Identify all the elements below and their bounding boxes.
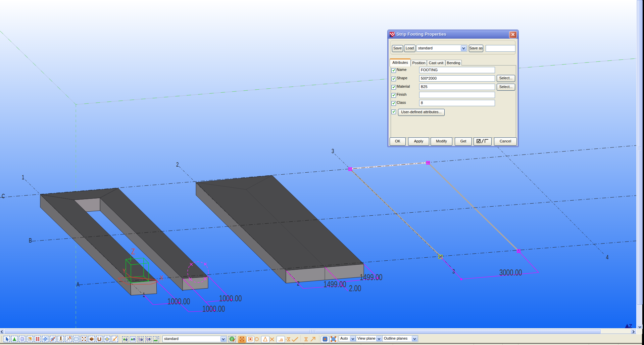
svg-text:B: B	[29, 237, 32, 244]
svg-text:1000.00: 1000.00	[167, 297, 190, 306]
svg-text:C: C	[2, 193, 5, 199]
svg-text:4: 4	[606, 254, 609, 260]
svg-text:3000.00: 3000.00	[499, 268, 522, 277]
svg-text:1000.00: 1000.00	[219, 294, 242, 303]
svg-text:1: 1	[22, 174, 24, 180]
svg-text:Y: Y	[122, 268, 126, 274]
svg-text:2.00: 2.00	[349, 284, 361, 293]
svg-text:1000.00: 1000.00	[202, 304, 225, 313]
svg-text:1499.00: 1499.00	[360, 272, 383, 282]
svg-text:2: 2	[176, 161, 179, 168]
svg-text:3: 3	[332, 148, 334, 154]
svg-text:1499.00: 1499.00	[324, 279, 346, 289]
svg-text:Z: Z	[131, 247, 135, 256]
svg-text:Z: Z	[629, 324, 632, 329]
svg-text:1: 1	[143, 292, 145, 298]
svg-text:A: A	[77, 281, 80, 288]
svg-text:X: X	[160, 274, 163, 282]
svg-text:3: 3	[452, 268, 455, 274]
